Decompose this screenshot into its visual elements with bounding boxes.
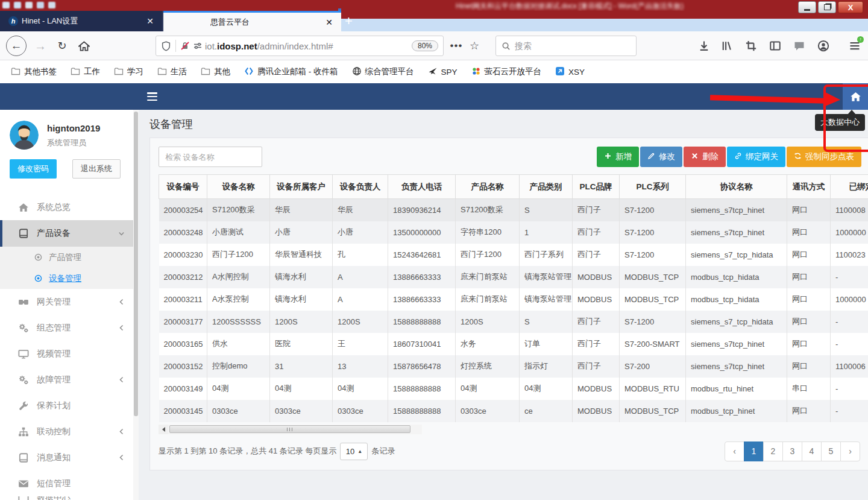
tab-close-icon[interactable]: ✕ [144, 16, 156, 26]
sidebar-item-2[interactable]: 产品设备 [0, 220, 139, 247]
forward-button[interactable]: → [30, 31, 51, 60]
cell: 04测 [270, 378, 333, 400]
library-icon[interactable] [721, 40, 733, 52]
sidebar-toggle-icon[interactable] [769, 40, 781, 52]
bookmark-item[interactable]: 萤石云开放平台 [471, 66, 542, 78]
sidebar-item-1[interactable]: 系统总览 [0, 194, 139, 220]
bookmark-item[interactable]: 其他书签 [11, 66, 57, 78]
sidebar: hignton2019 系统管理员 修改密码 退出系统 系统总览产品设备产品管理… [0, 110, 139, 500]
bookmark-item[interactable]: 生活 [157, 66, 187, 78]
device-search-input[interactable] [159, 147, 262, 167]
pager-page-1[interactable]: 1 [744, 441, 764, 461]
scrollbar-track[interactable] [168, 425, 422, 434]
pager-prev-button[interactable]: ‹ [725, 441, 744, 461]
zoom-level-badge[interactable]: 80% [412, 40, 438, 51]
table-row[interactable]: 20000314904测04测04测1588888888804测04测MODBU… [159, 378, 868, 400]
search-input[interactable] [515, 41, 617, 51]
close-button[interactable]: X [838, 1, 863, 13]
bookmark-item[interactable]: 其他 [201, 66, 230, 78]
新增-button[interactable]: 新增 [597, 147, 639, 167]
sidebar-item-9[interactable]: 消息通知 [0, 445, 139, 470]
logout-button[interactable]: 退出系统 [72, 159, 121, 179]
downloads-icon[interactable] [698, 40, 710, 52]
screenshot-icon[interactable] [745, 40, 757, 52]
background-window-ribbon [341, 19, 868, 31]
sidebar-item-4[interactable]: 组态管理 [0, 315, 139, 341]
chevron-left-icon [118, 376, 125, 384]
browser-search-box[interactable] [495, 36, 637, 56]
pager-page-4[interactable]: 4 [802, 441, 822, 461]
table-row[interactable]: 200003165供水医院王18607310041水务订单西门子S7-200-S… [159, 333, 868, 355]
cell: 网口 [787, 199, 831, 221]
table-row[interactable]: 200003212A水闸控制镇海水利A13886663333庶来门前泵站镇海泵站… [159, 266, 868, 288]
sidebar-item-8[interactable]: 联动控制 [0, 419, 139, 445]
table-row[interactable]: 2000031450303ce0303ce0303ce1588888888803… [159, 400, 868, 422]
删除-button[interactable]: 删除 [684, 147, 726, 167]
messages-icon[interactable] [793, 40, 805, 52]
table-row[interactable]: 200003211A水泵控制镇海水利A13886663333庶来门前泵站镇海泵站… [159, 288, 868, 311]
url-bar[interactable]: iot.idosp.net/admin/index.html# 80% [156, 36, 444, 56]
pager-next-button[interactable]: › [840, 441, 860, 461]
button-label: 新增 [615, 151, 632, 162]
chevron-left-icon [118, 324, 125, 332]
ys7-icon [471, 66, 481, 78]
menu-icon[interactable]: ↑ [849, 40, 861, 52]
pager-page-3[interactable]: 3 [782, 441, 802, 461]
reload-button[interactable]: ↻ [52, 31, 72, 60]
folder-icon [71, 66, 80, 78]
sidebar-item-10[interactable]: 短信管理 [0, 470, 139, 496]
sidebar-item-11[interactable]: 数据中心 [0, 496, 139, 500]
bookmark-item[interactable]: 综合管理平台 [352, 66, 414, 78]
scrollbar-thumb[interactable] [169, 425, 410, 433]
table-row[interactable]: 200003152控制demo311315878656478灯控系统指示灯西门子… [159, 355, 868, 378]
sidebar-collapse-icon[interactable] [147, 92, 157, 101]
tab-sipu-cloud[interactable]: 思普云平台 ✕ [163, 11, 341, 31]
cell: 镇海水利 [270, 266, 333, 288]
scroll-left-icon[interactable] [159, 425, 168, 434]
table-row[interactable]: 200003248小唐测试小唐小唐13500000000字符串12001西门子S… [159, 221, 868, 244]
bookmark-item[interactable]: SPY [428, 66, 458, 78]
cell: 庶来门前泵站 [456, 288, 520, 311]
account-icon[interactable] [817, 40, 829, 52]
sidebar-item-6[interactable]: 故障管理 [0, 367, 139, 393]
绑定网关-button[interactable]: 绑定网关 [727, 147, 785, 167]
scrollbar-thumb[interactable] [134, 112, 138, 416]
sidebar-item-3[interactable]: 网关管理 [0, 289, 139, 315]
minimize-button[interactable] [798, 1, 816, 13]
pager-page-5[interactable]: 5 [821, 441, 841, 461]
new-tab-button[interactable]: + [345, 13, 353, 29]
bookmark-item[interactable]: 腾讯企业邮箱 - 收件箱 [244, 66, 338, 78]
bookmark-item[interactable]: 学习 [114, 66, 143, 78]
cell: 1200S [333, 311, 388, 333]
sidebar-item-7[interactable]: 保养计划 [0, 393, 139, 419]
restore-button[interactable] [818, 1, 836, 13]
submenu-item-设备管理[interactable]: 设备管理 [0, 268, 139, 289]
bookmark-item[interactable]: 工作 [71, 66, 100, 78]
submenu-item-产品管理[interactable]: 产品管理 [0, 247, 139, 268]
browser-home-button[interactable] [74, 31, 94, 60]
monitor-icon [18, 496, 29, 500]
sitemap-icon [18, 426, 29, 437]
table-row[interactable]: 200003254S71200数采华辰华辰18390936214S71200数采… [159, 199, 868, 221]
tab-close-icon[interactable]: ✕ [323, 17, 335, 27]
cell: S7-1200 [620, 199, 686, 221]
table-row[interactable]: 2000031771200SSSSSS1200S1200S15888888888… [159, 311, 868, 333]
page-size-dropdown[interactable]: 10▲ [340, 443, 368, 460]
cell: 镇海泵站管理 [520, 288, 573, 311]
cell: - [831, 400, 868, 422]
pager-page-2[interactable]: 2 [763, 441, 783, 461]
修改-button[interactable]: 修改 [640, 147, 682, 167]
bookmark-star-icon[interactable]: ☆ [465, 31, 483, 60]
cell: 1200SSSSSS [207, 311, 270, 333]
sidebar-item-5[interactable]: 视频管理 [0, 341, 139, 367]
bookmark-item[interactable]: XSY [555, 66, 585, 78]
change-password-button[interactable]: 修改密码 [10, 159, 57, 179]
page-actions-icon[interactable]: ••• [447, 31, 465, 60]
back-button[interactable]: ← [5, 31, 28, 60]
cell: MODBUS [573, 288, 620, 311]
button-label: 强制同步点表 [805, 151, 854, 162]
tab-hinet-lan[interactable]: h Hinet - LAN设置 ✕ [2, 11, 163, 31]
table-row[interactable]: 200003230西门子1200华辰智通科技孔15243642681西门子120… [159, 244, 868, 266]
sidebar-scrollbar[interactable] [133, 110, 139, 500]
horizontal-scrollbar[interactable] [159, 425, 422, 434]
